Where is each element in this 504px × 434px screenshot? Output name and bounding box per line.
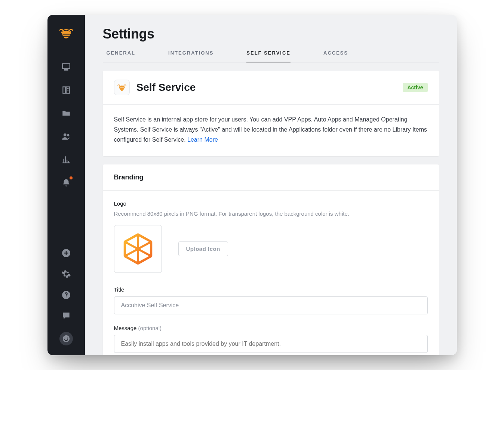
message-optional-hint: (optional) — [138, 325, 162, 331]
smile-icon — [62, 335, 70, 343]
nav-primary — [61, 62, 71, 248]
title-label: Title — [114, 286, 428, 293]
user-avatar[interactable] — [59, 332, 73, 345]
upload-icon-button[interactable]: Upload Icon — [178, 241, 228, 256]
page-title: Settings — [103, 26, 439, 42]
hexagon-icon — [122, 233, 154, 265]
monitor-icon — [61, 62, 71, 72]
logo-preview — [114, 225, 162, 273]
svg-point-6 — [67, 338, 68, 339]
notification-dot — [70, 176, 73, 179]
tab-self-service[interactable]: Self Service — [246, 50, 291, 62]
plus-circle-icon — [61, 248, 71, 258]
logo-help-text: Recommend 80x80 pixels in PNG format. Fo… — [114, 210, 428, 217]
self-service-title: Self Service — [136, 81, 196, 93]
folder-icon — [61, 108, 71, 118]
activity-icon — [61, 155, 71, 164]
nav-help[interactable] — [61, 290, 71, 300]
bee-small-icon — [117, 82, 127, 93]
settings-tabs: General Integrations Self Service Access — [103, 50, 439, 62]
title-field: Title — [114, 286, 428, 314]
nav-activity[interactable] — [61, 155, 71, 164]
users-icon — [61, 132, 71, 141]
app-window: Settings General Integrations Self Servi… — [47, 15, 457, 355]
svg-point-5 — [64, 338, 65, 339]
help-circle-icon — [61, 290, 71, 300]
bee-icon — [58, 25, 74, 42]
gear-icon — [61, 269, 71, 279]
svg-point-0 — [63, 133, 66, 136]
main-content: Settings General Integrations Self Servi… — [85, 15, 457, 355]
nav-library[interactable] — [61, 85, 71, 95]
logo-field: Logo Recommend 80x80 pixels in PNG forma… — [114, 200, 428, 273]
nav-blueprints[interactable] — [61, 108, 71, 118]
nav-settings[interactable] — [61, 269, 71, 279]
sidebar — [47, 15, 85, 355]
bell-icon — [61, 178, 71, 188]
message-label-text: Message — [114, 325, 138, 331]
self-service-description: Self Service is an internal app store fo… — [103, 105, 439, 156]
nav-add[interactable] — [61, 248, 71, 258]
chat-icon — [61, 311, 71, 321]
message-label: Message (optional) — [114, 325, 428, 331]
nav-chat[interactable] — [61, 311, 71, 321]
nav-secondary — [59, 248, 73, 355]
branding-section-title: Branding — [103, 164, 439, 191]
tab-general[interactable]: General — [107, 50, 136, 62]
nav-users[interactable] — [61, 132, 71, 141]
tab-integrations[interactable]: Integrations — [168, 50, 213, 62]
message-input[interactable] — [114, 335, 428, 353]
description-text: Self Service is an internal app store fo… — [114, 116, 427, 143]
nav-alerts[interactable] — [61, 178, 71, 188]
library-icon — [61, 85, 71, 95]
svg-point-1 — [67, 134, 69, 136]
svg-point-4 — [62, 335, 69, 342]
branding-card: Branding Logo Recommend 80x80 pixels in … — [103, 164, 439, 355]
logo-label: Logo — [114, 200, 428, 207]
message-field: Message (optional) — [114, 325, 428, 353]
title-input[interactable] — [114, 296, 428, 314]
brand-logo[interactable] — [58, 25, 74, 43]
self-service-card: Self Service Active Self Service is an i… — [103, 71, 439, 156]
learn-more-link[interactable]: Learn More — [187, 136, 218, 143]
nav-devices[interactable] — [61, 62, 71, 72]
status-badge: Active — [403, 83, 427, 92]
self-service-header: Self Service Active — [103, 71, 439, 105]
self-service-app-icon — [114, 80, 130, 95]
tab-access[interactable]: Access — [323, 50, 348, 62]
